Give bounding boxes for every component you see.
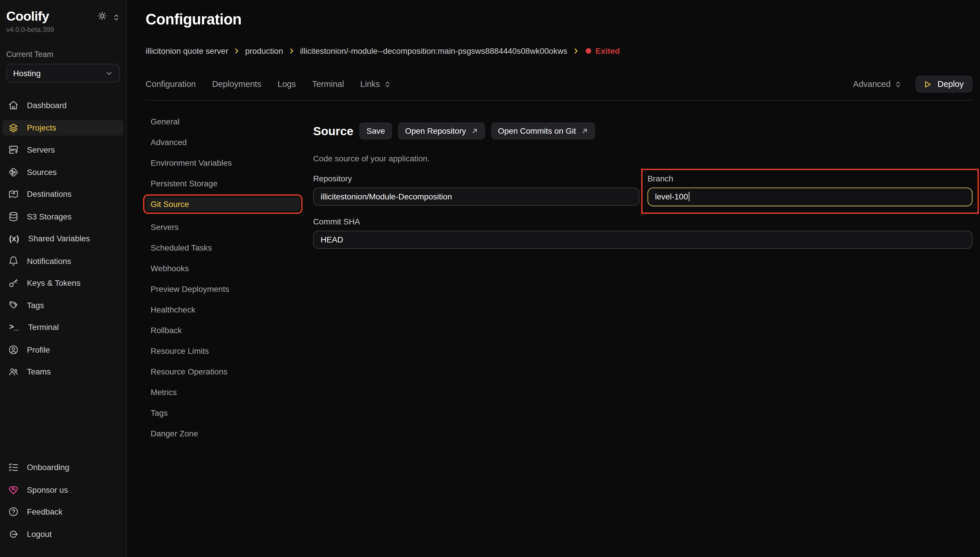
- variable-x-icon: (x): [8, 234, 20, 243]
- tab-logs[interactable]: Logs: [278, 79, 296, 89]
- subnav-item-servers[interactable]: Servers: [146, 220, 300, 234]
- subnav-item-general[interactable]: General: [146, 114, 300, 129]
- chevrons-up-down-icon[interactable]: [112, 12, 120, 20]
- sidebar-item-label: Sponsor us: [27, 485, 68, 494]
- play-icon: [923, 80, 932, 88]
- app-logo: Coolify: [7, 9, 49, 24]
- sidebar-item-label: Teams: [27, 367, 50, 376]
- team-select[interactable]: Hosting: [7, 64, 120, 83]
- logout-icon: [8, 529, 19, 539]
- sidebar-item-s3-storages[interactable]: S3 Storages: [3, 208, 124, 224]
- sidebar-item-dashboard[interactable]: Dashboard: [3, 98, 124, 113]
- deploy-label: Deploy: [938, 79, 964, 89]
- sidebar-item-sponsor[interactable]: Sponsor us: [3, 482, 124, 497]
- sidebar-item-sources[interactable]: Sources: [3, 164, 124, 180]
- git-source-icon: [8, 166, 19, 178]
- branch-highlight-box: Branch level-100: [641, 169, 978, 214]
- subnav-item-preview-deployments[interactable]: Preview Deployments: [146, 282, 300, 296]
- deploy-button[interactable]: Deploy: [915, 76, 972, 93]
- breadcrumb-project[interactable]: illicitonion quote server: [146, 46, 228, 55]
- sidebar-item-label: Tags: [27, 300, 44, 309]
- map-icon: [8, 189, 19, 199]
- chevrons-up-down-icon: [384, 80, 391, 88]
- commit-sha-input[interactable]: [313, 231, 972, 249]
- sidebar-item-label: Terminal: [28, 323, 59, 332]
- sidebar-item-profile[interactable]: Profile: [3, 342, 124, 357]
- tags-icon: [8, 300, 19, 311]
- advanced-dropdown[interactable]: Advanced: [853, 79, 902, 89]
- branch-input[interactable]: level-100: [647, 187, 972, 206]
- subnav-item-resource-operations[interactable]: Resource Operations: [146, 365, 300, 379]
- subnav-item-tags[interactable]: Tags: [146, 406, 300, 420]
- sidebar-item-label: Dashboard: [27, 101, 67, 110]
- sidebar-item-feedback[interactable]: Feedback: [3, 504, 124, 520]
- sidebar-item-label: Feedback: [27, 507, 62, 516]
- subnav-item-environment-variables[interactable]: Environment Variables: [146, 156, 300, 170]
- sidebar-item-notifications[interactable]: Notifications: [3, 253, 124, 269]
- tab-configuration[interactable]: Configuration: [146, 79, 196, 89]
- sidebar-item-keys-tokens[interactable]: Keys & Tokens: [3, 275, 124, 291]
- logo-row: Coolify: [7, 9, 120, 24]
- branch-field-group: Branch level-100: [647, 174, 972, 206]
- chevron-down-icon: [105, 69, 113, 77]
- status-dot-icon: [585, 48, 591, 54]
- source-heading: Source: [313, 124, 353, 138]
- chevron-right-icon: [572, 48, 579, 55]
- sidebar-item-tags[interactable]: Tags: [3, 297, 124, 313]
- subnav-item-advanced[interactable]: Advanced: [146, 135, 300, 150]
- subnav-item-webhooks[interactable]: Webhooks: [146, 261, 300, 275]
- sidebar-item-label: Projects: [27, 123, 56, 132]
- open-commits-label: Open Commits on Git: [498, 127, 576, 136]
- sidebar-item-logout[interactable]: Logout: [3, 526, 124, 542]
- tabs-row: Configuration Deployments Logs Terminal …: [146, 76, 972, 101]
- subnav-item-rollback[interactable]: Rollback: [146, 323, 300, 337]
- open-repository-button[interactable]: Open Repository: [398, 123, 485, 140]
- open-repository-label: Open Repository: [405, 127, 466, 136]
- subnav-item-scheduled-tasks[interactable]: Scheduled Tasks: [146, 241, 300, 255]
- sidebar-item-label: Shared Variables: [28, 234, 90, 243]
- sidebar-item-teams[interactable]: Teams: [3, 364, 124, 379]
- user-circle-icon: [8, 344, 19, 355]
- subnav-item-resource-limits[interactable]: Resource Limits: [146, 344, 300, 358]
- git-source-form: Source Save Open Repository Open Commits…: [313, 114, 972, 557]
- status-badge: Exited: [585, 46, 619, 55]
- sidebar-item-terminal[interactable]: >_ Terminal: [3, 319, 124, 335]
- sidebar-item-servers[interactable]: Servers: [3, 142, 124, 158]
- sidebar-item-onboarding[interactable]: Onboarding: [3, 459, 124, 475]
- tab-deployments[interactable]: Deployments: [212, 79, 261, 89]
- sidebar-nav: Dashboard Projects Servers Sources Desti…: [7, 98, 120, 386]
- breadcrumb-application[interactable]: illicitestonion/-module--decomposition:m…: [300, 46, 567, 55]
- sidebar-item-label: Sources: [27, 167, 57, 176]
- open-commits-button[interactable]: Open Commits on Git: [491, 123, 595, 140]
- tab-links-label: Links: [361, 79, 380, 89]
- sidebar-item-label: Keys & Tokens: [27, 278, 80, 288]
- subnav-item-metrics[interactable]: Metrics: [146, 385, 300, 399]
- repository-input[interactable]: [313, 187, 639, 205]
- configuration-content: General Advanced Environment Variables P…: [146, 114, 972, 557]
- coolify-app: Coolify v4.0.0-beta.399 Current Team Hos…: [0, 0, 980, 557]
- sidebar-item-shared-variables[interactable]: (x) Shared Variables: [3, 231, 124, 246]
- sidebar-footer-nav: Onboarding Sponsor us Feedback Logout: [7, 459, 120, 548]
- team-select-value: Hosting: [13, 68, 41, 78]
- repository-field-group: Repository: [313, 174, 639, 205]
- subnav-item-healthcheck[interactable]: Healthcheck: [146, 303, 300, 317]
- main-content: Configuration illicitonion quote server …: [127, 0, 980, 557]
- branch-label: Branch: [647, 174, 972, 183]
- breadcrumb-environment[interactable]: production: [245, 46, 283, 55]
- branch-value: level-100: [655, 192, 688, 201]
- tab-links[interactable]: Links: [361, 79, 391, 89]
- bell-icon: [8, 255, 19, 266]
- tab-terminal[interactable]: Terminal: [312, 79, 344, 89]
- sidebar-item-destinations[interactable]: Destinations: [3, 186, 124, 202]
- save-button[interactable]: Save: [359, 123, 392, 140]
- current-team-label: Current Team: [7, 50, 120, 59]
- subnav-item-danger-zone[interactable]: Danger Zone: [146, 427, 300, 441]
- users-icon: [8, 366, 19, 377]
- status-label: Exited: [595, 46, 620, 55]
- subnav-item-git-source[interactable]: Git Source: [146, 197, 300, 211]
- source-description: Code source of your application.: [313, 153, 972, 163]
- sun-icon[interactable]: [98, 11, 107, 21]
- sidebar-item-projects[interactable]: Projects: [3, 120, 124, 135]
- sidebar-item-label: Servers: [27, 145, 55, 155]
- subnav-item-persistent-storage[interactable]: Persistent Storage: [146, 176, 300, 191]
